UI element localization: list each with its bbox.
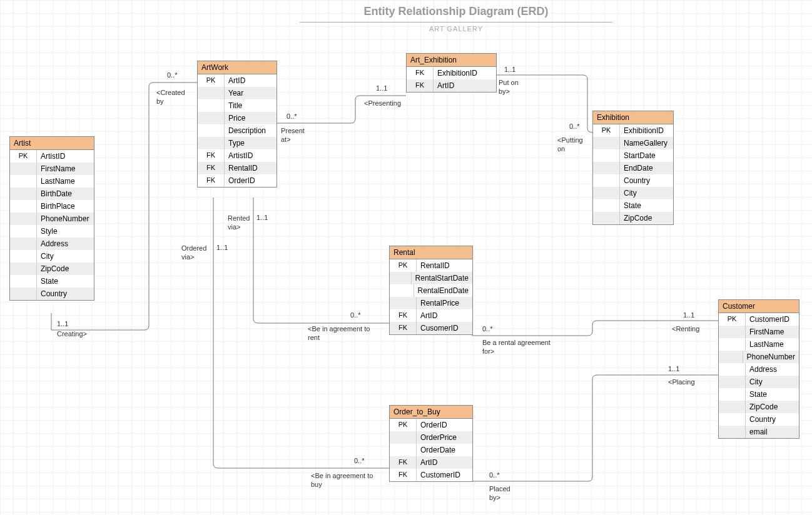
attribute-row: ZipCode <box>10 262 94 275</box>
attribute-row: OrderPrice <box>390 431 472 444</box>
attribute-row: FKOrderID <box>198 174 277 187</box>
card-artwork-rented: 1..1 <box>256 214 268 221</box>
attr-cell: RentalID <box>225 162 277 174</box>
entity-art-exhibition[interactable]: Art_ExhibitionFKExhibitionIDFKArtID <box>406 53 497 92</box>
key-cell <box>10 175 37 188</box>
key-cell: FK <box>407 67 434 79</box>
attr-cell: State <box>37 275 94 288</box>
attr-cell: ZipCode <box>37 262 94 275</box>
attribute-row: StartDate <box>593 149 673 162</box>
label-present-at: Present at> <box>281 126 305 144</box>
attr-cell: EndDate <box>620 162 673 174</box>
key-cell <box>10 200 37 212</box>
attribute-row: LastName <box>10 175 94 188</box>
card-artexh-presenting: 1..1 <box>376 84 387 92</box>
key-cell: FK <box>390 456 417 469</box>
attr-cell: LastName <box>37 175 94 188</box>
key-cell <box>390 444 417 456</box>
attr-cell: Year <box>225 87 277 99</box>
label-rental-agreement-for: Be a rental agreement for> <box>482 338 551 356</box>
entity-header: Exhibition <box>593 111 673 124</box>
key-cell <box>719 401 746 413</box>
attr-cell: ArtistID <box>225 149 277 162</box>
attr-cell: BirthPlace <box>37 200 94 212</box>
entity-header: Customer <box>719 300 799 313</box>
key-cell <box>10 238 37 250</box>
attribute-row: FKExhibitionID <box>407 67 496 79</box>
attr-cell: ExhibitionID <box>620 124 673 137</box>
key-cell <box>719 338 746 351</box>
label-renting: <Renting <box>672 324 699 333</box>
attr-cell: RentalEndDate <box>414 284 472 297</box>
attribute-row: PKCustomerID <box>719 313 799 326</box>
key-cell <box>198 99 225 112</box>
card-rental-for: 0..* <box>482 325 493 332</box>
key-cell: PK <box>390 419 417 431</box>
entity-rental[interactable]: RentalPKRentalIDRentalStartDateRentalEnd… <box>389 246 473 335</box>
entity-exhibition[interactable]: ExhibitionPKExhibitionIDNameGalleryStart… <box>592 111 674 225</box>
entity-order-to-buy[interactable]: Order_to_BuyPKOrderIDOrderPriceOrderDate… <box>389 405 473 482</box>
key-cell <box>593 212 620 224</box>
attribute-row: Price <box>198 112 277 124</box>
attribute-row: State <box>593 199 673 212</box>
key-cell <box>390 431 417 444</box>
attr-cell: Country <box>746 413 799 426</box>
attr-cell: City <box>620 187 673 199</box>
attribute-row: FKCusomerID <box>390 322 472 334</box>
attr-cell: State <box>620 199 673 212</box>
attribute-row: Type <box>198 137 277 149</box>
key-cell <box>593 137 620 149</box>
attribute-row: FKArtistID <box>198 149 277 162</box>
label-be-in-agreement-buy: <Be in agreement to buy <box>311 471 373 489</box>
attribute-row: RentalEndDate <box>390 284 472 297</box>
title-text: Entity Relationship Diagram (ERD) <box>300 5 612 18</box>
attr-cell: OrderPrice <box>417 431 472 444</box>
card-customer-placing: 1..1 <box>668 365 679 372</box>
key-cell <box>198 112 225 124</box>
key-cell <box>198 124 225 137</box>
attribute-row: Style <box>10 225 94 238</box>
attr-cell: City <box>746 376 799 388</box>
attribute-row: LastName <box>719 338 799 351</box>
card-artwork-created: 0..* <box>167 71 178 79</box>
entity-artwork[interactable]: ArtWorkPKArtIDYearTitlePriceDescriptionT… <box>197 61 277 188</box>
attribute-row: FKArtID <box>390 456 472 469</box>
attribute-row: Title <box>198 99 277 112</box>
attr-cell: CustomerID <box>417 469 472 481</box>
attr-cell: ZipCode <box>620 212 673 224</box>
attr-cell: Type <box>225 137 277 149</box>
label-put-on-by: Put on by> <box>499 78 519 96</box>
key-cell <box>593 199 620 212</box>
attribute-row: FKArtID <box>390 309 472 322</box>
label-placed-by: Placed by> <box>489 484 510 502</box>
attribute-row: City <box>593 187 673 199</box>
attribute-row: ZipCode <box>719 401 799 413</box>
label-created-by: <Created by <box>156 88 185 106</box>
entity-customer[interactable]: CustomerPKCustomerIDFirstNameLastNamePho… <box>718 299 799 439</box>
label-rented-via: Rented via> <box>228 214 250 232</box>
attr-cell: ArtID <box>434 79 496 92</box>
entity-header: Order_to_Buy <box>390 406 472 419</box>
attr-cell: FirstName <box>746 326 799 338</box>
attribute-row: Address <box>719 363 799 376</box>
attr-cell: City <box>37 250 94 262</box>
attribute-row: FirstName <box>10 162 94 175</box>
entity-header: Rental <box>390 246 472 259</box>
diagram-title: Entity Relationship Diagram (ERD) ART GA… <box>300 5 612 32</box>
attr-cell: OrderID <box>417 419 472 431</box>
label-ordered-via: Ordered via> <box>181 244 206 262</box>
attribute-row: Country <box>10 288 94 300</box>
key-cell: FK <box>407 79 434 92</box>
attr-cell: Title <box>225 99 277 112</box>
attribute-row: FKRentalID <box>198 162 277 174</box>
entity-artist[interactable]: ArtistPKArtistIDFirstNameLastNameBirthDa… <box>9 136 94 301</box>
label-presenting: <Presenting <box>364 99 401 108</box>
attribute-row: OrderDate <box>390 444 472 456</box>
key-cell <box>719 388 746 401</box>
key-cell: PK <box>10 150 37 162</box>
attr-cell: CustomerID <box>746 313 799 326</box>
key-cell <box>390 297 417 309</box>
attribute-row: Country <box>593 174 673 187</box>
key-cell <box>593 162 620 174</box>
attr-cell: NameGallery <box>620 137 673 149</box>
